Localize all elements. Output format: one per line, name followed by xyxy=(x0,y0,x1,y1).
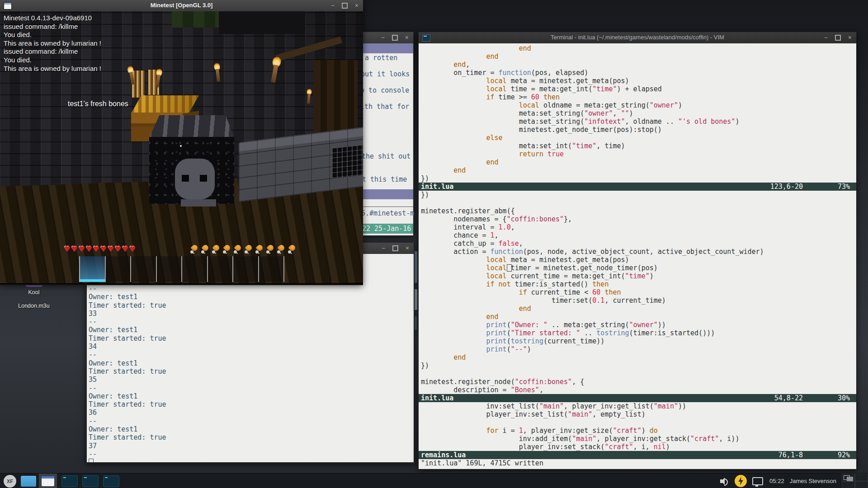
minetest-titlebar[interactable]: Minetest [OpenGL 3.0] −× xyxy=(0,0,363,12)
hotbar-slot[interactable] xyxy=(181,256,207,282)
health-bar: ♥♥♥♥♥♥♥♥♥♥ xyxy=(64,244,136,253)
statusline-percent: 73% xyxy=(838,183,850,191)
minetest-window-title: Minetest [OpenGL 3.0] xyxy=(0,2,363,9)
code-line: if not timer:is_started() then xyxy=(419,280,856,288)
chest-top xyxy=(131,95,199,113)
maximize-button[interactable] xyxy=(392,35,398,41)
console-line: 35 xyxy=(89,375,166,384)
hotbar-slot[interactable] xyxy=(258,256,284,282)
maximize-button[interactable] xyxy=(835,35,841,41)
code-line: local time = meta:get_int("time") + elap… xyxy=(419,85,856,93)
close-button[interactable]: × xyxy=(405,32,409,43)
window-controls: −× xyxy=(824,32,852,43)
minimize-button[interactable]: − xyxy=(824,32,828,43)
console-output[interactable]: --Owner: test1Timer started: true33--Own… xyxy=(87,254,414,462)
console-line: -- xyxy=(89,318,166,326)
hotbar-slot[interactable] xyxy=(130,256,156,282)
vim-cursor xyxy=(507,264,512,272)
console-line: Owner: test1 xyxy=(89,326,166,334)
drumstick-icon xyxy=(287,244,297,254)
code-line: local timer = minetest.get_node_timer(po… xyxy=(419,264,856,272)
vim-titlebar[interactable]: Terminal - init.lua (~/.minetest/games/w… xyxy=(419,32,856,44)
code-line: inv:set_list("main", player_inv:get_list… xyxy=(419,402,856,410)
taskbar-button-terminal[interactable] xyxy=(82,475,99,487)
maximize-button[interactable] xyxy=(342,3,348,9)
hotbar-slot[interactable] xyxy=(105,256,131,282)
heart-icon: ♥ xyxy=(64,244,70,253)
code-line: minetest.register_abm({ xyxy=(419,207,856,215)
taskbar: XF 05:22 James Stevenson xyxy=(0,473,868,488)
hotbar-slot[interactable] xyxy=(207,256,233,282)
chat-log: Minetest 0.4.13-dev-09a6910issued comman… xyxy=(4,14,101,73)
code-line: }) xyxy=(419,174,856,183)
drumstick-icon xyxy=(189,244,199,254)
power-manager-icon[interactable] xyxy=(735,475,747,487)
chat-line: This area is owned by lumarian ! xyxy=(4,39,101,48)
particle xyxy=(180,145,182,147)
console-line: Owner: test1 xyxy=(89,392,166,400)
statusline-ruler: 123,6-20 xyxy=(770,183,803,191)
vim-split[interactable]: end end end, on_timer = function(pos, el… xyxy=(419,44,856,183)
workspace-4[interactable] xyxy=(855,481,868,488)
drumstick-icon xyxy=(276,244,286,254)
drumstick-icon xyxy=(244,244,253,254)
display-icon[interactable] xyxy=(752,477,763,485)
game-viewport[interactable]: Minetest 0.4.13-dev-09a6910issued comman… xyxy=(0,11,363,283)
close-button[interactable]: × xyxy=(406,243,409,254)
window-icon xyxy=(42,476,54,486)
heart-icon: ♥ xyxy=(93,244,99,253)
code-line: chance = 1, xyxy=(419,231,856,239)
desktop-icon-playlist[interactable]: Kool London.m3u xyxy=(5,283,63,310)
chat-line: You died. xyxy=(4,56,101,65)
taskbar-button-active-window[interactable] xyxy=(39,474,57,488)
user-name[interactable]: James Stevenson xyxy=(790,478,836,484)
chat-line: You died. xyxy=(4,31,101,39)
taskbar-button-terminal[interactable] xyxy=(61,475,78,487)
code-line: local meta = minetest.get_meta(pos) xyxy=(419,77,856,85)
desktop: Kool London.m3u −× a rottenbut it lookso… xyxy=(0,0,868,488)
hotbar-slot[interactable] xyxy=(232,256,258,282)
window-controls: −× xyxy=(381,32,409,43)
code-line xyxy=(419,418,856,427)
code-line: local oldname = meta:get_string("owner") xyxy=(419,101,856,109)
taskbar-button-files[interactable] xyxy=(21,476,36,487)
workspace-2[interactable] xyxy=(855,474,868,481)
volume-icon[interactable] xyxy=(719,477,728,486)
applications-menu-button[interactable]: XF xyxy=(4,475,16,488)
code-line: print("Owner: " .. meta:get_string("owne… xyxy=(419,321,856,329)
text-cursor xyxy=(89,459,94,462)
window-controls: −× xyxy=(331,0,359,11)
vim-split[interactable]: })minetest.register_abm({ nodenames = {"… xyxy=(419,191,856,394)
vim-split[interactable]: inv:set_list("main", player_inv:get_list… xyxy=(419,402,856,451)
close-button[interactable]: × xyxy=(355,0,359,11)
code-line: nodenames = {"coffin:bones"}, xyxy=(419,215,856,223)
statusline-filename: init.lua xyxy=(419,394,453,402)
hotbar xyxy=(79,256,284,282)
console-line: -- xyxy=(89,351,166,359)
workspace-1[interactable] xyxy=(842,474,855,481)
drumstick-icon xyxy=(255,244,264,254)
vim-editor[interactable]: end end end, on_timer = function(pos, el… xyxy=(419,43,856,469)
workspace-3[interactable] xyxy=(842,481,855,488)
minimize-button[interactable]: − xyxy=(382,243,385,254)
clock[interactable]: 05:22 xyxy=(769,478,784,484)
workspace-switcher[interactable] xyxy=(842,474,868,488)
minimize-button[interactable]: − xyxy=(381,32,385,43)
code-line: description = "Bones", xyxy=(419,386,856,394)
hotbar-slot[interactable] xyxy=(156,256,182,282)
console-line: -- xyxy=(89,450,166,458)
irc-message-fragment: t this time xyxy=(362,175,407,183)
bones-block-top xyxy=(149,115,234,138)
code-line: on_timer = function(pos, elapsed) xyxy=(419,69,856,77)
window-controls: −× xyxy=(382,243,409,254)
code-line: end xyxy=(419,52,856,61)
console-cursor-line xyxy=(89,458,166,462)
close-button[interactable]: × xyxy=(848,32,852,43)
drumstick-icon xyxy=(211,244,221,254)
hotbar-slot[interactable] xyxy=(79,256,105,282)
code-line: timer:set(0.1, current_time) xyxy=(419,296,856,305)
minimize-button[interactable]: − xyxy=(331,0,335,11)
taskbar-button-terminal[interactable] xyxy=(103,475,119,487)
bones-infotext-label: test1's fresh bones xyxy=(68,100,128,108)
maximize-button[interactable] xyxy=(392,245,398,251)
